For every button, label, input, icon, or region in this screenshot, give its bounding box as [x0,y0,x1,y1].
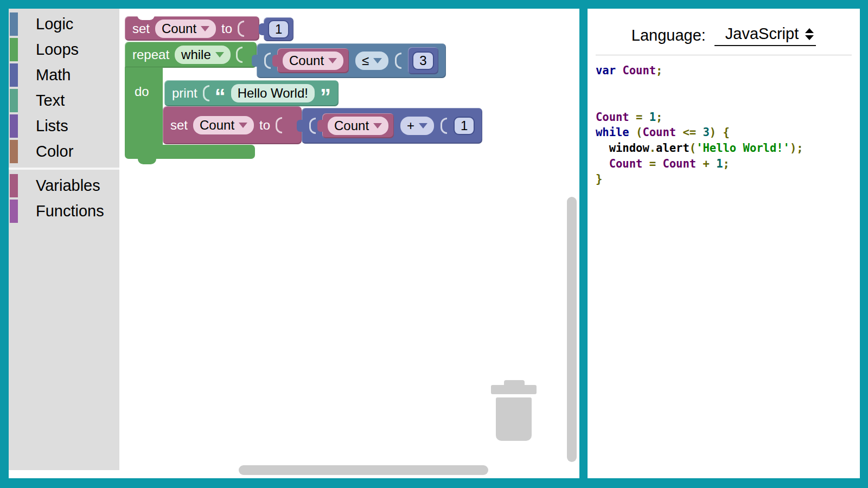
code-line: } [596,171,860,187]
category-color-chip [10,114,18,138]
language-select-value: JavaScript [725,25,799,43]
variable-dropdown[interactable]: Count [155,20,216,38]
block-arithmetic[interactable]: Count + 1 [302,108,482,144]
code-token: ; [656,64,662,77]
vertical-scrollbar[interactable] [567,197,577,462]
code-token: while [596,126,629,139]
number-field[interactable]: 3 [412,52,433,70]
code-token [676,126,682,139]
toolbox-category-lists[interactable]: Lists [9,113,119,139]
repeat-block-bottom[interactable] [125,145,255,159]
block-repeat-while[interactable]: repeat while [125,42,257,68]
operator-dropdown[interactable]: + [400,117,434,135]
toolbox-category-functions[interactable]: Functions [9,198,119,224]
code-token [642,157,649,170]
input-socket-icon [441,118,447,134]
category-color-chip [10,140,18,163]
toolbox-category-loops[interactable]: Loops [9,37,119,62]
code-token: Count [622,64,656,77]
block-variable-count[interactable]: Count [277,48,349,73]
code-token [629,111,636,124]
repeat-label: repeat [132,47,169,62]
code-token [642,111,649,124]
variable-dropdown-value: Count [334,118,369,133]
code-token: ( [690,142,696,155]
connector-tab [272,55,278,67]
category-label: Math [36,66,71,84]
category-label: Variables [36,177,100,195]
code-token: ; [723,157,730,170]
category-label: Color [36,143,73,160]
horizontal-scrollbar[interactable] [239,465,488,475]
category-label: Text [36,92,65,110]
code-token: Count [609,157,643,170]
input-socket-icon [238,21,244,37]
workspace-canvas[interactable]: set Count to 1 repeat while [119,9,579,478]
toolbox-category-text[interactable]: Text [9,88,119,113]
block-number-1[interactable]: 1 [264,17,293,41]
code-token: ) { [710,126,730,139]
code-line [596,94,860,110]
code-token: = [636,111,642,124]
block-variable-count[interactable]: Count [322,113,394,138]
variable-dropdown[interactable]: Count [328,117,388,135]
code-line: Count = 1; [596,110,860,125]
code-token [696,157,703,170]
toolbox-group: VariablesFunctions [9,168,119,224]
block-print[interactable]: print “ Hello World! ” [164,80,339,106]
close-quote-icon: ” [320,91,331,102]
category-color-chip [10,174,18,197]
category-color-chip [10,63,18,87]
toolbox-category-variables[interactable]: Variables [9,173,119,198]
set-label: set [170,118,188,133]
category-label: Lists [36,117,68,135]
code-token: window [596,142,649,155]
dropdown-arrow-icon [328,58,337,63]
block-number-3[interactable]: 3 [408,47,438,74]
to-label: to [259,118,270,133]
code-token [710,157,716,170]
variable-dropdown[interactable]: Count [283,52,343,70]
code-token [596,157,609,170]
connector-tab [317,120,323,132]
code-token: 1 [649,111,656,124]
repeat-block-wall[interactable] [125,67,163,145]
toolbox-category-color[interactable]: Color [9,139,119,164]
code-token [696,126,703,139]
code-token: . [649,142,656,155]
input-socket-icon [276,117,282,133]
code-token: var [596,64,616,77]
mode-dropdown-value: while [181,47,211,62]
do-label: do [135,84,149,99]
variable-dropdown[interactable]: Count [193,116,254,134]
number-field[interactable]: 1 [268,20,289,38]
variable-dropdown-value: Count [200,118,234,133]
code-line: window.alert('Hello World!'); [596,140,860,156]
code-panel: Language: JavaScript var Count; Count = … [588,9,860,478]
trash-lid [491,385,537,394]
input-socket-icon [236,47,242,63]
variable-dropdown-value: Count [162,21,196,36]
dropdown-arrow-icon [373,58,382,63]
code-token [656,157,662,170]
toolbox-category-logic[interactable]: Logic [9,11,119,37]
toolbox-category-math[interactable]: Math [9,62,119,88]
trash-body [496,397,532,441]
code-token: alert [656,142,690,155]
block-compare[interactable]: Count ≤ 3 [257,43,446,78]
mode-dropdown[interactable]: while [175,46,231,64]
text-field[interactable]: Hello World! [231,84,315,102]
language-label: Language: [631,27,706,44]
operator-dropdown-value: ≤ [362,53,369,68]
category-color-chip [10,38,18,61]
category-label: Functions [36,202,104,220]
select-spinner-icon [805,28,814,40]
trash-icon[interactable] [491,378,537,441]
language-select[interactable]: JavaScript [714,25,816,46]
code-token: + [703,157,710,170]
dropdown-arrow-icon [419,123,427,129]
code-token: ; [656,111,662,124]
block-set-count-increment[interactable]: set Count to [163,106,302,144]
number-field[interactable]: 1 [454,117,475,135]
operator-dropdown[interactable]: ≤ [355,52,388,70]
